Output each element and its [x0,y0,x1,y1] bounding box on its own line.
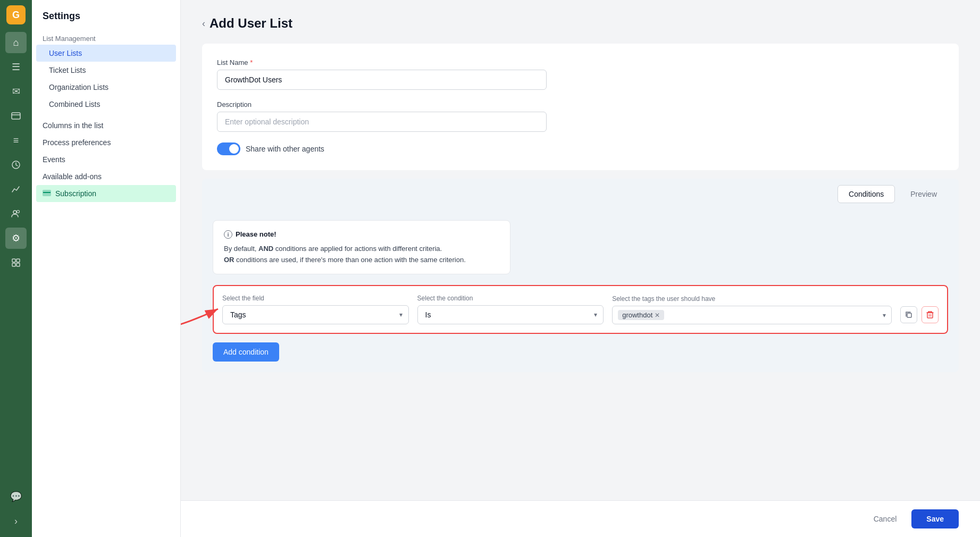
add-condition-button[interactable]: Add condition [213,342,279,362]
tab-conditions[interactable]: Conditions [837,185,895,203]
list-nav-item[interactable]: ≡ [5,130,27,151]
note-line1: By default, AND conditions are applied f… [224,244,499,255]
svg-rect-0 [12,113,20,119]
description-label: Description [217,100,944,108]
svg-rect-12 [907,313,911,317]
field-select[interactable]: Tags [222,305,409,324]
svg-rect-8 [16,263,20,266]
form-section: List Name * Description Share with other… [202,44,959,170]
menu-nav-item[interactable]: ☰ [5,56,27,78]
condition-row: Select the field Tags Select the conditi… [222,295,939,324]
list-management-label: List Management [32,30,180,45]
list-name-group: List Name * [217,58,944,90]
inbox-nav-item[interactable]: ✉ [5,81,27,102]
conditions-area: i Please note! By default, AND condition… [202,209,959,372]
sidebar-item-ticket-lists[interactable]: Ticket Lists [32,62,180,79]
svg-rect-7 [12,263,15,266]
field-label: Select the field [222,295,409,302]
save-button[interactable]: Save [911,509,959,528]
field-select-wrapper: Tags [222,305,409,324]
share-label: Share with other agents [246,145,324,153]
home-nav-item[interactable]: ⌂ [5,32,27,53]
condition-selector-group: Select the condition Is [417,295,604,324]
chart-nav-item[interactable] [5,179,27,200]
clock-nav-item[interactable] [5,154,27,175]
share-toggle[interactable] [217,142,240,155]
sidebar-item-events[interactable]: Events [32,151,180,168]
note-line2: OR conditions are used, if there's more … [224,255,499,266]
tabs-bar: Conditions Preview [202,179,959,209]
condition-select-wrapper: Is [417,305,604,324]
duplicate-condition-button[interactable] [900,306,917,323]
description-group: Description [217,100,944,132]
list-name-label: List Name * [217,58,944,66]
users-nav-item[interactable] [5,203,27,224]
svg-rect-10 [43,192,51,193]
chat-nav-item[interactable]: 💬 [5,486,27,507]
condition-actions [900,306,939,324]
tag-chip: growthdot ✕ [618,310,664,320]
note-box: i Please note! By default, AND condition… [213,220,510,274]
settings-nav-item[interactable]: ⚙ [5,228,27,249]
note-title: i Please note! [224,229,499,240]
tags-chevron-icon: ▾ [883,312,886,319]
tag-remove-icon[interactable]: ✕ [655,312,660,319]
sidebar-item-combined-lists[interactable]: Combined Lists [32,96,180,113]
grid-nav-item[interactable] [5,252,27,273]
svg-rect-6 [16,259,20,262]
sidebar-item-subscription[interactable]: Subscription [36,185,176,202]
tags-selector-group: Select the tags the user should have gro… [612,295,892,324]
sidebar: Settings List Management User Lists Tick… [32,0,181,537]
sidebar-item-user-lists[interactable]: User Lists [36,45,176,62]
sidebar-item-addons[interactable]: Available add-ons [32,168,180,185]
footer-bar: Cancel Save [181,500,980,537]
tags-label: Select the tags the user should have [612,295,892,303]
svg-rect-13 [927,313,933,318]
list-name-input[interactable] [217,70,547,90]
sidebar-item-org-lists[interactable]: Organization Lists [32,79,180,96]
condition-row-wrapper: Select the field Tags Select the conditi… [213,285,948,334]
svg-point-4 [17,211,20,213]
condition-select[interactable]: Is [417,305,604,324]
delete-condition-button[interactable] [922,306,939,323]
condition-row-container: Select the field Tags Select the conditi… [213,285,948,342]
tags-input[interactable]: growthdot ✕ ▾ [612,306,892,324]
page-title: Add User List [210,16,292,31]
svg-point-3 [13,211,16,214]
cancel-button[interactable]: Cancel [865,509,906,528]
description-input[interactable] [217,112,547,132]
back-button[interactable]: ‹ [202,18,205,29]
share-toggle-row: Share with other agents [217,142,944,155]
sidebar-title: Settings [32,11,180,30]
app-logo: G [6,5,26,24]
svg-rect-5 [12,259,15,262]
tab-preview[interactable]: Preview [899,185,948,203]
sidebar-item-process-prefs[interactable]: Process preferences [32,134,180,151]
icon-bar: G ⌂ ☰ ✉ ≡ ⚙ � [0,0,32,537]
field-selector-group: Select the field Tags [222,295,409,324]
main-content: ‹ Add User List List Name * Description … [181,0,980,537]
sidebar-item-columns[interactable]: Columns in the list [32,117,180,134]
conditions-panel: Conditions Preview i Please note! By def… [202,179,959,372]
condition-label: Select the condition [417,295,604,302]
back-navigation: ‹ Add User List [202,16,959,31]
expand-nav-item[interactable]: › [5,510,27,532]
info-icon: i [224,230,232,239]
tickets-nav-item[interactable] [5,105,27,127]
